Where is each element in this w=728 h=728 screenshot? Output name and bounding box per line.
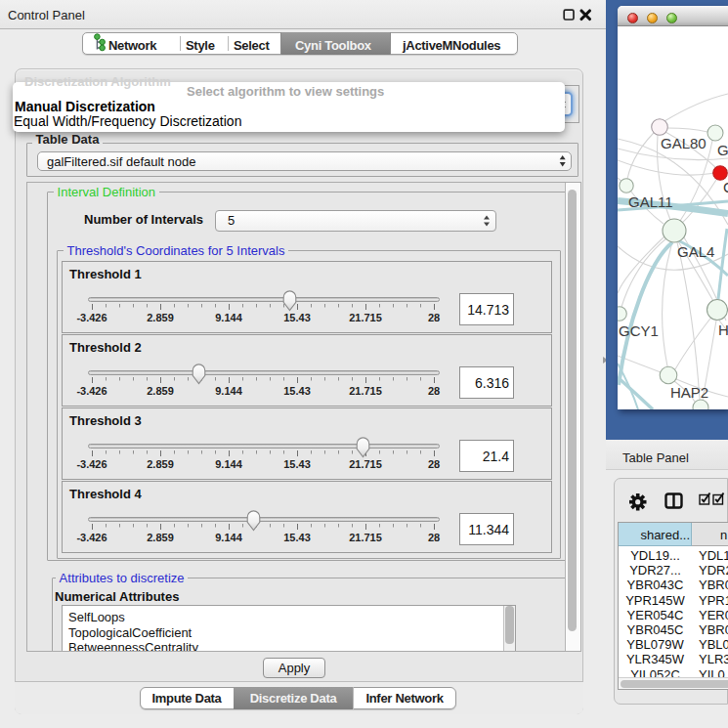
svg-text:GA: GA bbox=[717, 142, 728, 158]
svg-text:C: C bbox=[723, 179, 728, 195]
svg-text:GAL80: GAL80 bbox=[661, 135, 707, 151]
svg-text:GAL4: GAL4 bbox=[677, 243, 714, 260]
svg-text:HAP2: HAP2 bbox=[670, 384, 708, 401]
svg-text:GAL11: GAL11 bbox=[628, 193, 673, 210]
svg-text:H: H bbox=[718, 321, 728, 338]
svg-text:GCY1: GCY1 bbox=[619, 322, 659, 339]
